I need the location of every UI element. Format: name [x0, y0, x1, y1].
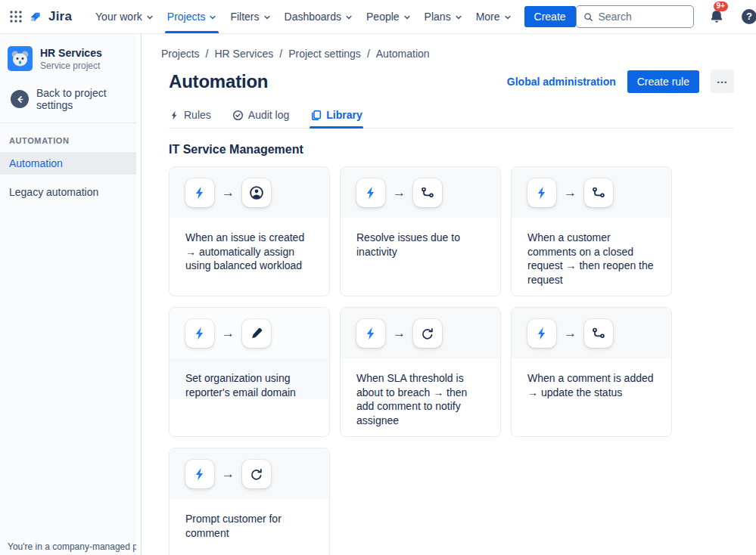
lightning-icon	[185, 178, 214, 207]
template-title: Resolve issues due to inactivity	[356, 231, 484, 259]
global-administration-link[interactable]: Global administration	[507, 76, 616, 88]
sidebar-divider	[0, 122, 136, 123]
lightning-icon	[185, 319, 214, 348]
template-card[interactable]: → Prompt customer for comment	[169, 448, 330, 555]
ellipsis-icon: …	[717, 73, 729, 85]
breadcrumb: Projects / HR Services / Project setting…	[161, 48, 734, 60]
lightning-icon	[527, 178, 556, 207]
arrow-right-icon: →	[562, 185, 578, 200]
breadcrumb-projects[interactable]: Projects	[161, 48, 200, 60]
lightning-icon	[170, 110, 179, 120]
jira-logo-text: Jira	[48, 9, 72, 24]
template-title: When a customer comments on a closed req…	[527, 231, 655, 287]
branch-icon	[413, 178, 442, 207]
tab-rules[interactable]: Rules	[169, 106, 212, 128]
more-actions-button[interactable]: …	[711, 70, 734, 93]
refresh-icon	[242, 460, 271, 488]
jira-logo[interactable]: Jira	[27, 8, 72, 26]
arrow-right-icon: →	[220, 185, 236, 200]
lightning-icon	[356, 178, 385, 207]
chevron-down-icon	[209, 14, 216, 21]
template-title: When SLA threshold is about to breach → …	[356, 371, 484, 427]
lightning-icon	[527, 319, 556, 348]
app-switcher-icon[interactable]	[9, 7, 23, 26]
breadcrumb-project-settings[interactable]: Project settings	[288, 48, 361, 60]
chevron-down-icon	[455, 14, 462, 21]
chevron-down-icon	[263, 14, 271, 21]
sidebar-item-automation[interactable]: Automation	[0, 152, 136, 175]
user-avatar-icon	[242, 178, 271, 207]
sidebar-item-legacy-automation[interactable]: Legacy automation	[0, 181, 136, 203]
back-arrow-icon	[11, 90, 29, 108]
template-title: Prompt customer for comment	[185, 512, 313, 540]
tab-audit-log[interactable]: Audit log	[232, 106, 290, 128]
template-card[interactable]: → When SLA threshold is about to breach …	[340, 307, 501, 437]
back-label: Back to project settings	[36, 87, 129, 111]
notification-count-badge: 9+	[714, 2, 728, 11]
nav-item-projects[interactable]: Projects	[160, 0, 224, 33]
section-title: IT Service Management	[169, 143, 734, 157]
main-content: Projects / HR Services / Project setting…	[142, 33, 756, 555]
page-title: Automation	[169, 71, 268, 92]
lightning-icon	[185, 460, 214, 488]
nav-item-more[interactable]: More	[469, 0, 518, 33]
sidebar-resize-gutter[interactable]	[136, 33, 142, 555]
breadcrumb-separator: /	[367, 48, 370, 60]
arrow-right-icon: →	[391, 185, 407, 200]
template-title: When a comment is added → update the sta…	[527, 371, 655, 399]
project-sidebar: HR Services Service project Back to proj…	[0, 33, 136, 555]
automation-section-header: AUTOMATION	[0, 136, 136, 145]
refresh-icon	[413, 319, 442, 348]
branch-icon	[584, 178, 613, 207]
branch-icon	[584, 319, 613, 348]
lightning-icon	[356, 319, 385, 348]
notifications-button[interactable]: 9+	[707, 7, 726, 26]
nav-item-dashboards[interactable]: Dashboards	[278, 0, 360, 33]
svg-text:?: ?	[746, 11, 752, 22]
template-title: When an issue is created → automatically…	[185, 231, 313, 273]
create-button[interactable]: Create	[524, 6, 576, 27]
chevron-down-icon	[345, 14, 353, 21]
back-to-project-settings[interactable]: Back to project settings	[0, 87, 136, 111]
search-box[interactable]	[576, 5, 694, 28]
chevron-down-icon	[403, 14, 411, 21]
library-copy-icon	[310, 110, 322, 121]
search-icon	[583, 11, 593, 23]
arrow-right-icon: →	[220, 326, 236, 341]
template-card[interactable]: → When an issue is created → automatical…	[169, 166, 330, 296]
question-mark-icon: ?	[740, 8, 756, 26]
arrow-right-icon: →	[220, 467, 236, 482]
breadcrumb-automation[interactable]: Automation	[376, 48, 430, 60]
template-title: Set organization using reporter's email …	[185, 371, 313, 399]
audit-check-icon	[232, 110, 244, 121]
nav-item-your-work[interactable]: Your work	[89, 0, 160, 33]
project-avatar	[8, 46, 33, 71]
jira-logo-icon	[27, 8, 45, 26]
arrow-right-icon: →	[391, 326, 407, 341]
pencil-icon	[242, 319, 271, 348]
template-card[interactable]: → When a comment is added → update the s…	[511, 307, 672, 437]
breadcrumb-separator: /	[206, 48, 209, 60]
template-card[interactable]: → Resolve issues due to inactivity	[340, 166, 501, 296]
nav-item-plans[interactable]: Plans	[418, 0, 469, 33]
create-rule-button[interactable]: Create rule	[627, 70, 699, 93]
nav-item-people[interactable]: People	[359, 0, 418, 33]
chevron-down-icon	[504, 14, 512, 21]
tab-library[interactable]: Library	[310, 106, 362, 128]
search-input[interactable]	[598, 11, 686, 23]
chevron-down-icon	[146, 14, 154, 21]
breadcrumb-separator: /	[279, 48, 282, 60]
arrow-right-icon: →	[562, 326, 578, 341]
project-type: Service project	[40, 60, 102, 71]
project-header: HR Services Service project	[0, 46, 136, 71]
template-card-grid: → When an issue is created → automatical…	[169, 166, 734, 555]
template-card[interactable]: → When a customer comments on a closed r…	[511, 166, 672, 296]
help-button[interactable]: ?	[739, 7, 756, 26]
tab-bar: Rules Audit log Library	[169, 106, 734, 129]
template-card[interactable]: → Set organization using reporter's emai…	[169, 307, 330, 437]
breadcrumb-hr-services[interactable]: HR Services	[214, 48, 273, 60]
top-navigation-bar: Jira Your work Projects Filters Dashboar…	[0, 0, 756, 33]
nav-item-filters[interactable]: Filters	[223, 0, 277, 33]
project-name: HR Services	[40, 47, 102, 59]
